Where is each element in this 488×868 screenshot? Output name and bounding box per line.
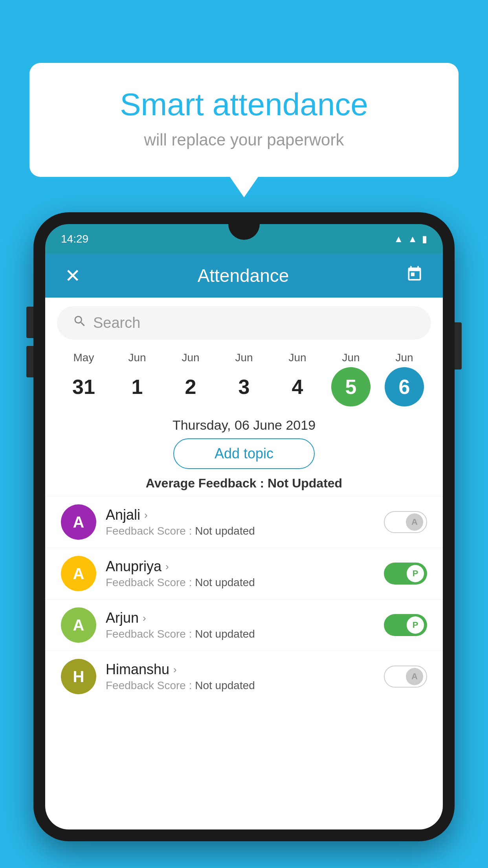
search-placeholder: Search — [93, 314, 140, 331]
volume-up-button[interactable] — [26, 307, 33, 338]
attendance-toggle[interactable]: P — [384, 563, 427, 585]
search-icon — [73, 314, 87, 332]
volume-down-button[interactable] — [26, 346, 33, 377]
student-info: Anupriya › Feedback Score : Not updated — [106, 558, 374, 589]
speech-bubble: Smart attendance will replace your paper… — [29, 63, 459, 177]
chevron-right-icon: › — [173, 664, 177, 676]
student-feedback: Feedback Score : Not updated — [106, 679, 374, 692]
student-info: Himanshu › Feedback Score : Not updated — [106, 661, 374, 692]
notch — [228, 224, 260, 240]
student-row[interactable]: H Himanshu › Feedback Score : Not update… — [45, 651, 443, 702]
avatar: A — [61, 504, 96, 540]
status-bar: 14:29 ▲ ▲ ▮ — [45, 224, 443, 254]
toggle-knob: P — [407, 616, 424, 634]
student-name: Himanshu › — [106, 661, 374, 678]
student-name: Arjun › — [106, 610, 374, 626]
toggle-knob: A — [406, 668, 423, 685]
student-feedback: Feedback Score : Not updated — [106, 628, 374, 640]
student-row[interactable]: A Anupriya › Feedback Score : Not update… — [45, 548, 443, 599]
student-row[interactable]: A Anjali › Feedback Score : Not updated … — [45, 496, 443, 548]
chevron-right-icon: › — [144, 509, 148, 521]
student-info: Anjali › Feedback Score : Not updated — [106, 507, 374, 537]
phone-container: 14:29 ▲ ▲ ▮ ✕ Attendance — [33, 212, 455, 868]
toggle-knob: A — [406, 513, 423, 531]
student-row[interactable]: A Arjun › Feedback Score : Not updated P — [45, 599, 443, 651]
bubble-subtitle: will replace your paperwork — [61, 131, 427, 149]
status-time: 14:29 — [61, 233, 88, 245]
cal-day-jun4[interactable]: Jun 4 — [278, 351, 317, 406]
cal-day-jun3[interactable]: Jun 3 — [224, 351, 264, 406]
chevron-right-icon: › — [143, 612, 146, 624]
cal-day-jun5[interactable]: Jun 5 — [331, 351, 371, 406]
search-bar[interactable]: Search — [57, 306, 431, 340]
phone-frame: 14:29 ▲ ▲ ▮ ✕ Attendance — [33, 212, 455, 841]
calendar-icon[interactable] — [406, 265, 423, 286]
calendar-strip: May 31 Jun 1 Jun 2 Jun 3 Jun 4 — [45, 344, 443, 410]
add-topic-button[interactable]: Add topic — [173, 438, 315, 469]
power-button[interactable] — [455, 322, 462, 370]
selected-date-label: Thursday, 06 June 2019 — [45, 410, 443, 438]
attendance-toggle[interactable]: P — [384, 614, 427, 636]
toggle-knob: P — [407, 565, 424, 582]
cal-day-jun6[interactable]: Jun 6 — [385, 351, 424, 406]
average-feedback: Average Feedback : Not Updated — [45, 476, 443, 491]
avatar: A — [61, 556, 96, 591]
student-name: Anupriya › — [106, 558, 374, 575]
chevron-right-icon: › — [165, 561, 169, 573]
status-icons: ▲ ▲ ▮ — [394, 234, 427, 245]
close-button[interactable]: ✕ — [65, 265, 81, 287]
attendance-toggle[interactable]: A — [384, 511, 427, 533]
student-info: Arjun › Feedback Score : Not updated — [106, 610, 374, 640]
app-header: ✕ Attendance — [45, 254, 443, 298]
battery-icon: ▮ — [422, 234, 427, 245]
student-feedback: Feedback Score : Not updated — [106, 576, 374, 589]
attendance-toggle[interactable]: A — [384, 666, 427, 688]
student-list: A Anjali › Feedback Score : Not updated … — [45, 496, 443, 702]
student-feedback: Feedback Score : Not updated — [106, 525, 374, 537]
app-screen: ✕ Attendance Search — [45, 254, 443, 829]
student-name: Anjali › — [106, 507, 374, 523]
cal-day-jun2[interactable]: Jun 2 — [171, 351, 210, 406]
bubble-title: Smart attendance — [61, 86, 427, 123]
avatar: A — [61, 607, 96, 643]
avatar: H — [61, 659, 96, 694]
cal-day-may31[interactable]: May 31 — [64, 351, 103, 406]
signal-icon: ▲ — [408, 234, 417, 245]
app-title: Attendance — [198, 265, 289, 286]
cal-day-jun1[interactable]: Jun 1 — [117, 351, 157, 406]
wifi-icon: ▲ — [394, 234, 403, 245]
